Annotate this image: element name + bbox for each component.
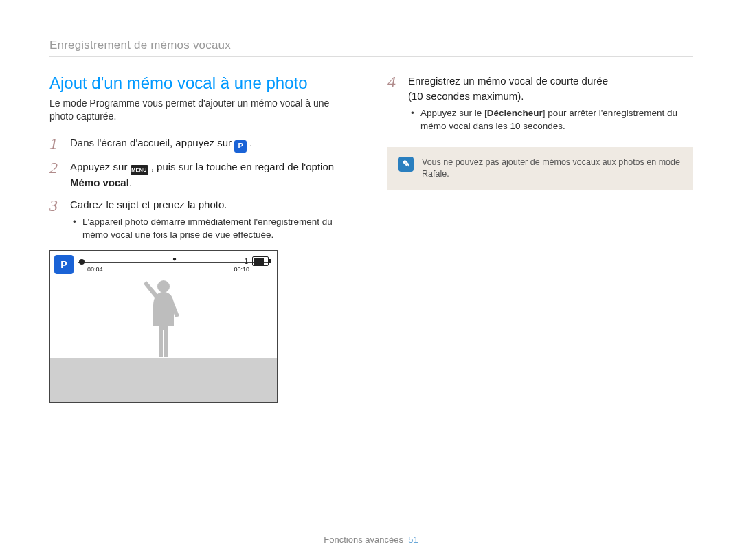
step-2-text-mid: , puis sur la touche en regard de l'opti… xyxy=(151,161,334,172)
camera-topbar: P 00:04 ● 00:10 1 xyxy=(50,251,277,278)
note-icon: ✎ xyxy=(398,157,414,172)
step-3: 3 Cadrez le sujet et prenez la photo. L'… xyxy=(49,197,355,243)
page-number: 51 xyxy=(408,535,418,545)
left-column: Ajout d'un mémo vocal à une photo Le mod… xyxy=(49,74,355,403)
svg-point-0 xyxy=(157,280,170,293)
page: Enregistrement de mémos vocaux Ajout d'u… xyxy=(0,0,742,560)
right-column: 4 Enregistrez un mémo vocal de courte du… xyxy=(387,74,693,403)
menu-icon: MENU xyxy=(131,165,148,175)
step-4-line2: (10 secondes maximum). xyxy=(408,90,524,102)
step-4-bullet-bold: Déclencheur xyxy=(487,108,543,118)
step-3-body: Cadrez le sujet et prenez la photo. L'ap… xyxy=(70,197,355,243)
step-2: 2 Appuyez sur MENU , puis sur la touche … xyxy=(49,159,355,190)
step-1-text-after: . xyxy=(249,137,252,148)
step-3-bullet: L'appareil photo démarre immédiatement l… xyxy=(82,215,355,242)
step-number: 4 xyxy=(387,74,400,135)
program-mode-icon: P xyxy=(54,255,74,274)
step-number: 2 xyxy=(49,159,62,190)
step-4-line1: Enregistrez un mémo vocal de courte duré… xyxy=(408,75,608,87)
info-note: ✎ Vous ne pouvez pas ajouter de mémos vo… xyxy=(387,147,693,190)
step-1: 1 Dans l'écran d'accueil, appuyez sur P … xyxy=(49,135,355,153)
step-1-body: Dans l'écran d'accueil, appuyez sur P . xyxy=(70,135,253,153)
step-4-bullet: Appuyez sur le [Déclencheur] pour arrête… xyxy=(420,107,693,133)
step-number: 1 xyxy=(49,135,62,153)
battery-icon xyxy=(252,256,269,266)
preview-ground xyxy=(50,358,277,402)
step-number: 3 xyxy=(49,197,62,243)
recording-dot-icon xyxy=(79,259,85,265)
step-4-body: Enregistrez un mémo vocal de courte duré… xyxy=(408,74,693,135)
step-1-text-before: Dans l'écran d'accueil, appuyez sur xyxy=(70,137,234,148)
page-footer: Fonctions avancées 51 xyxy=(0,535,742,545)
breadcrumb: Enregistrement de mémos vocaux xyxy=(49,38,693,52)
total-time: 00:10 xyxy=(234,266,249,273)
shots-count: 1 xyxy=(244,258,248,265)
step-2-text-after: . xyxy=(129,177,132,188)
step-4-sublist: Appuyez sur le [Déclencheur] pour arrête… xyxy=(408,107,693,133)
step-4: 4 Enregistrez un mémo vocal de courte du… xyxy=(387,74,693,135)
section-title: Ajout d'un mémo vocal à une photo xyxy=(49,74,355,93)
camera-preview: P 00:04 ● 00:10 1 xyxy=(49,250,278,403)
divider xyxy=(49,56,693,57)
program-mode-icon: P xyxy=(234,140,247,153)
intro-text: Le mode Programme vous permet d'ajouter … xyxy=(49,97,355,123)
step-4-bullet-before: Appuyez sur le [ xyxy=(420,108,487,118)
content-columns: Ajout d'un mémo vocal à une photo Le mod… xyxy=(49,74,693,403)
person-silhouette-icon xyxy=(139,278,188,361)
step-3-sublist: L'appareil photo démarre immédiatement l… xyxy=(70,215,355,242)
step-2-bold: Mémo vocal xyxy=(70,177,129,188)
elapsed-time: 00:04 xyxy=(87,266,103,273)
note-text: Vous ne pouvez pas ajouter de mémos voca… xyxy=(422,157,682,181)
step-3-text: Cadrez le sujet et prenez la photo. xyxy=(70,199,227,210)
footer-section: Fonctions avancées xyxy=(324,535,403,545)
step-2-text-before: Appuyez sur xyxy=(70,161,131,172)
step-2-body: Appuyez sur MENU , puis sur la touche en… xyxy=(70,159,355,190)
microphone-icon: ● xyxy=(172,255,177,262)
